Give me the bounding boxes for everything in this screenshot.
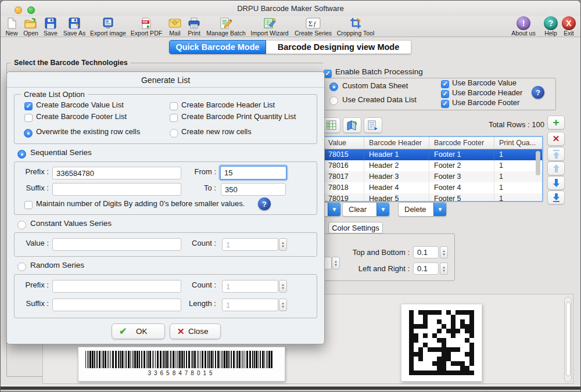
flip-book-icon	[346, 120, 358, 131]
preview-scrollbar-thumb[interactable]	[566, 302, 571, 376]
use-barcode-footer-checkbox[interactable]: ✓	[441, 100, 449, 108]
chevron-down-icon: ▼	[376, 203, 389, 216]
save-button[interactable]: Save	[41, 17, 60, 37]
preview-scrollbar[interactable]	[564, 297, 572, 382]
new-button[interactable]: New	[3, 17, 20, 37]
custom-data-sheet-radio[interactable]	[329, 82, 338, 91]
random-series-radio[interactable]	[17, 262, 26, 271]
table-row[interactable]: 78018 Header 4 Footer 4 1	[324, 182, 542, 193]
left-right-stepper[interactable]: ▲▼	[440, 262, 448, 275]
sequential-series-label: Sequential Series	[30, 148, 92, 157]
new-rows-radio[interactable]	[170, 129, 178, 138]
cropping-tool-button[interactable]: Cropping Tool	[335, 17, 376, 37]
maintain-digits-checkbox[interactable]	[24, 201, 33, 209]
use-barcode-value-checkbox[interactable]: ✓	[441, 80, 449, 88]
seq-prefix-label: Prefix :	[16, 167, 49, 176]
move-bottom-button[interactable]	[547, 190, 565, 204]
seq-prefix-input[interactable]	[52, 167, 181, 179]
const-value-label: Value :	[16, 239, 49, 247]
table-row[interactable]: 78015 Header 1 Footer 1 1	[324, 149, 542, 160]
column-header-value[interactable]: Value	[324, 137, 364, 149]
move-down-button[interactable]	[547, 176, 565, 190]
overwrite-rows-radio[interactable]	[24, 129, 33, 138]
top-bottom-input[interactable]	[413, 246, 439, 258]
grid-header-row: Value Barcode Header Barcode Footer Prin…	[324, 137, 542, 149]
about-us-button[interactable]: ! About us	[507, 17, 540, 37]
plus-icon: +	[553, 117, 559, 128]
rand-count-input[interactable]	[222, 280, 278, 293]
left-right-input[interactable]	[413, 262, 439, 275]
rand-suffix-input[interactable]	[52, 299, 181, 311]
manage-batch-icon	[205, 17, 247, 30]
create-series-button[interactable]: Σf Create Series	[292, 17, 334, 37]
column-header-barcode-header[interactable]: Barcode Header	[364, 137, 429, 149]
sequential-help-button[interactable]: ?	[258, 197, 271, 210]
enable-batch-checkbox[interactable]: ✓	[324, 70, 332, 78]
tab-quick-barcode-mode[interactable]: Quick Barcode Mode	[169, 40, 266, 54]
save-as-button[interactable]: Save As	[61, 17, 88, 37]
table-row[interactable]: 78019 Header 5 Footer 5 1	[324, 193, 542, 202]
print-button[interactable]: Print	[184, 17, 204, 37]
datamatrix-barcode	[401, 304, 482, 382]
open-button[interactable]: Open	[21, 17, 40, 37]
const-count-stepper[interactable]: ▲▼	[279, 238, 287, 251]
delete-row-button[interactable]: ✕	[547, 132, 565, 146]
batch-help-button[interactable]: ?	[532, 86, 544, 99]
const-count-input[interactable]	[222, 238, 278, 251]
seq-from-input[interactable]	[220, 166, 287, 180]
use-barcode-header-checkbox[interactable]: ✓	[441, 90, 449, 98]
top-bottom-stepper[interactable]: ▲▼	[440, 246, 448, 258]
rand-count-stepper[interactable]: ▲▼	[279, 280, 287, 293]
delete-dropdown[interactable]: Delete▼	[398, 202, 447, 217]
margin-spinner-partial-stepper[interactable]: ▲▼	[332, 257, 340, 269]
create-header-list-checkbox[interactable]	[170, 102, 178, 110]
seq-to-input[interactable]	[221, 183, 286, 196]
rand-prefix-input[interactable]	[52, 280, 181, 293]
column-header-barcode-footer[interactable]: Barcode Footer	[429, 137, 494, 149]
ok-button[interactable]: ✔ OK	[112, 323, 165, 339]
create-footer-list-checkbox[interactable]	[24, 114, 33, 122]
create-header-list-label: Create Barcode Header List	[181, 100, 275, 109]
manage-batch-button[interactable]: Manage Batch	[205, 17, 247, 37]
grid-scrollbar-thumb[interactable]	[536, 151, 540, 175]
printer-icon	[184, 17, 204, 30]
rand-length-stepper[interactable]: ▲▼	[279, 299, 287, 311]
add-row-button[interactable]: +	[547, 116, 565, 130]
window-bottom-edge	[1, 385, 580, 392]
tab-barcode-designing-view-mode[interactable]: Barcode Designing view Mode	[266, 40, 411, 54]
column-header-print-quantity[interactable]: Print Qua...	[494, 137, 540, 149]
chevron-down-icon: ▼	[433, 203, 446, 216]
table-row[interactable]: 78016 Header 2 Footer 2 1	[324, 160, 542, 171]
arrow-bottom-icon	[553, 193, 560, 202]
move-up-button[interactable]	[547, 161, 565, 175]
random-series-label: Random Series	[30, 261, 84, 269]
data-grid[interactable]: Value Barcode Header Barcode Footer Prin…	[322, 136, 543, 202]
sequential-series-radio[interactable]	[17, 150, 26, 159]
const-value-input[interactable]	[52, 238, 181, 251]
export-pdf-button[interactable]: PDF Export PDF	[128, 17, 164, 37]
exit-button[interactable]: X Exit	[560, 17, 578, 37]
seq-suffix-input[interactable]	[52, 183, 181, 196]
flip-data-button[interactable]	[343, 117, 361, 133]
help-button[interactable]: ? Help	[541, 17, 561, 37]
export-data-button[interactable]	[364, 117, 382, 133]
arrow-top-icon	[553, 150, 560, 159]
create-value-list-checkbox[interactable]: ✓	[24, 102, 33, 110]
constant-series-label: Constant Values Series	[30, 219, 112, 228]
rand-count-label: Count :	[181, 280, 216, 289]
mail-button[interactable]: Mail	[166, 17, 184, 37]
tab-color-settings[interactable]: Color Settings	[328, 222, 383, 233]
import-wizard-button[interactable]: Import Wizard	[248, 17, 291, 37]
clear-dropdown[interactable]: Clear▼	[342, 202, 390, 217]
constant-series-radio[interactable]	[17, 221, 26, 229]
close-button[interactable]: ✕ Close	[170, 323, 221, 339]
arrow-up-icon	[553, 164, 560, 172]
save-as-floppy-icon	[61, 17, 88, 30]
create-print-quantity-list-checkbox[interactable]	[170, 114, 178, 122]
move-top-button[interactable]	[547, 147, 565, 161]
export-image-button[interactable]: Export image	[89, 17, 127, 37]
table-row[interactable]: 78017 Header 3 Footer 3 1	[324, 171, 542, 182]
barcode-technologies-label: Select the Barcode Technologies	[11, 59, 131, 67]
rand-length-input[interactable]	[222, 299, 278, 311]
use-created-data-list-radio[interactable]	[329, 96, 338, 105]
